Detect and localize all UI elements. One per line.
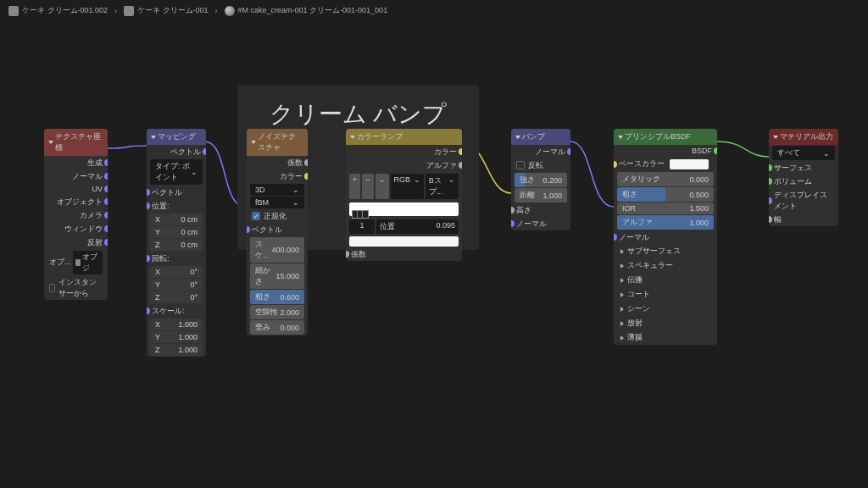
- interpolation-dropdown[interactable]: Bスプ...⌄: [426, 174, 459, 199]
- stop-index[interactable]: 1: [349, 219, 375, 234]
- type-dropdown[interactable]: fBM⌄: [250, 197, 304, 208]
- base-color-row: ベースカラー: [614, 157, 717, 171]
- chevron-down-icon: [618, 136, 623, 139]
- node-header[interactable]: ノイズテクスチャ: [247, 129, 308, 156]
- scale-x[interactable]: X1.000: [150, 319, 203, 330]
- menu-button[interactable]: ⌄: [376, 174, 389, 199]
- chevron-right-icon: [620, 263, 624, 269]
- location-x[interactable]: X0 cm: [150, 214, 203, 225]
- node-header[interactable]: マテリアル出力: [769, 129, 838, 145]
- lacunarity-slider[interactable]: 空隙性2.000: [250, 305, 304, 319]
- object-icon: [8, 6, 19, 16]
- ramp-stop[interactable]: [362, 210, 369, 219]
- input-surface: サーフェス: [769, 161, 838, 175]
- emission-expand[interactable]: 放射: [614, 316, 717, 330]
- input-thickness: 幅: [769, 213, 838, 226]
- invert-checkbox[interactable]: 反転: [511, 158, 570, 172]
- chevron-right-icon: ›: [114, 7, 117, 15]
- location-z[interactable]: Z0 cm: [150, 239, 203, 251]
- alpha-slider[interactable]: アルファ1.000: [617, 215, 714, 230]
- output-fac: 係数: [247, 156, 308, 169]
- target-dropdown[interactable]: すべて⌄: [772, 146, 835, 160]
- distance-slider[interactable]: 距離1.000: [515, 188, 567, 202]
- scale-y[interactable]: Y1.000: [150, 331, 203, 343]
- normalize-checkbox[interactable]: 正規化: [247, 209, 308, 223]
- rotation-label: 回転:: [147, 252, 206, 265]
- ior-slider[interactable]: IOR1.500: [617, 202, 714, 214]
- chevron-down-icon: ⌄: [292, 186, 299, 194]
- mode-dropdown[interactable]: RGB⌄: [391, 174, 424, 199]
- node-header[interactable]: プリンシプルBSDF: [614, 129, 717, 145]
- location-label: 位置:: [147, 199, 206, 213]
- node-color-ramp[interactable]: カラーランプ カラー アルファ + − ⌄ RGB⌄ Bスプ...⌄ 1 位置0…: [346, 129, 462, 261]
- dimensions-dropdown[interactable]: 3D⌄: [250, 184, 304, 196]
- object-picker[interactable]: オブジ: [73, 251, 103, 274]
- location-y[interactable]: Y0 cm: [150, 226, 203, 238]
- chevron-down-icon: ⌄: [191, 168, 198, 176]
- chevron-down-icon: [151, 136, 156, 139]
- scale-slider[interactable]: スケ...400.000: [250, 237, 304, 263]
- specular-expand[interactable]: スペキュラー: [614, 258, 717, 273]
- node-texture-coordinate[interactable]: テクスチャ座標 生成 ノーマル UV オブジェクト カメラ ウィンドウ 反射 オ…: [44, 129, 108, 300]
- output-uv: UV: [44, 183, 108, 195]
- input-normal: ノーマル: [511, 217, 570, 230]
- rotation-y[interactable]: Y0°: [150, 279, 203, 291]
- chevron-right-icon: [620, 278, 624, 283]
- distortion-slider[interactable]: 歪み0.000: [250, 320, 304, 335]
- thin-expand[interactable]: 薄膜: [614, 330, 717, 345]
- roughness-slider[interactable]: 粗さ0.600: [250, 290, 304, 304]
- transmission-expand[interactable]: 伝播: [614, 273, 717, 287]
- stop-color-swatch[interactable]: [349, 236, 459, 247]
- add-stop-button[interactable]: +: [349, 174, 360, 199]
- chevron-right-icon: [620, 249, 624, 254]
- input-vector: ベクトル: [247, 223, 308, 236]
- checkbox-icon: [516, 161, 525, 169]
- position-slider[interactable]: 位置0.095: [376, 219, 459, 234]
- output-normal: ノーマル: [44, 169, 108, 183]
- coat-expand[interactable]: コート: [614, 287, 717, 302]
- base-color-swatch[interactable]: [670, 159, 709, 169]
- chevron-down-icon: [350, 136, 355, 139]
- input-volume: ボリューム: [769, 175, 838, 188]
- output-bsdf: BSDF: [614, 145, 717, 157]
- node-bump[interactable]: バンプ ノーマル 反転 強さ0.200 距離1.000 高さ ノーマル: [511, 129, 570, 230]
- output-camera: カメラ: [44, 208, 108, 222]
- chevron-right-icon: ›: [215, 7, 218, 15]
- bc-item-3: #M cake_cream-001 クリーム-001-001_001: [238, 6, 388, 14]
- shader-icon: [225, 6, 235, 16]
- node-noise-texture[interactable]: ノイズテクスチャ 係数 カラー 3D⌄ fBM⌄ 正規化 ベクトル スケ...4…: [247, 129, 308, 336]
- input-height: 高さ: [511, 203, 570, 217]
- node-principled-bsdf[interactable]: プリンシプルBSDF BSDF ベースカラー メタリック0.000 粗さ0.50…: [614, 129, 717, 345]
- bc-item-2: ケーキ クリーム-001: [137, 6, 209, 14]
- output-window: ウィンドウ: [44, 222, 108, 236]
- node-header[interactable]: カラーランプ: [346, 129, 462, 145]
- type-dropdown[interactable]: タイプ: ポイント⌄: [150, 159, 203, 185]
- checkbox-icon: [49, 284, 55, 292]
- roughness-slider[interactable]: 粗さ0.500: [617, 187, 714, 202]
- strength-slider[interactable]: 強さ0.200: [515, 173, 567, 187]
- rotation-z[interactable]: Z0°: [150, 291, 203, 303]
- checkbox-icon: [252, 212, 260, 220]
- node-header[interactable]: バンプ: [511, 129, 570, 145]
- input-vector: ベクトル: [147, 186, 206, 199]
- object-field-row: オブ... オブジ: [44, 249, 108, 275]
- subsurface-expand[interactable]: サブサーフェス: [614, 244, 717, 258]
- metallic-slider[interactable]: メタリック0.000: [617, 172, 714, 186]
- node-header[interactable]: マッピング: [147, 129, 206, 145]
- chevron-right-icon: [620, 336, 624, 341]
- node-material-output[interactable]: マテリアル出力 すべて⌄ サーフェス ボリューム ディスプレイスメント 幅: [769, 129, 838, 226]
- remove-stop-button[interactable]: −: [362, 174, 373, 199]
- breadcrumb: ケーキ クリーム-001.002 › ケーキ クリーム-001 › #M cak…: [0, 0, 868, 21]
- chevron-down-icon: ⌄: [823, 149, 830, 158]
- output-vector: ベクトル: [147, 145, 206, 158]
- color-ramp-gradient[interactable]: [349, 202, 459, 216]
- output-color: カラー: [346, 145, 462, 158]
- detail-slider[interactable]: 細かさ15.000: [250, 263, 304, 289]
- sheen-expand[interactable]: シーン: [614, 302, 717, 316]
- scale-z[interactable]: Z1.000: [150, 344, 203, 356]
- instancer-checkbox[interactable]: インスタンサーから: [44, 275, 108, 300]
- rotation-x[interactable]: X0°: [150, 266, 203, 278]
- node-header[interactable]: テクスチャ座標: [44, 129, 108, 156]
- node-mapping[interactable]: マッピング ベクトル タイプ: ポイント⌄ ベクトル 位置: X0 cm Y0 …: [147, 129, 206, 357]
- chevron-down-icon: [251, 141, 256, 144]
